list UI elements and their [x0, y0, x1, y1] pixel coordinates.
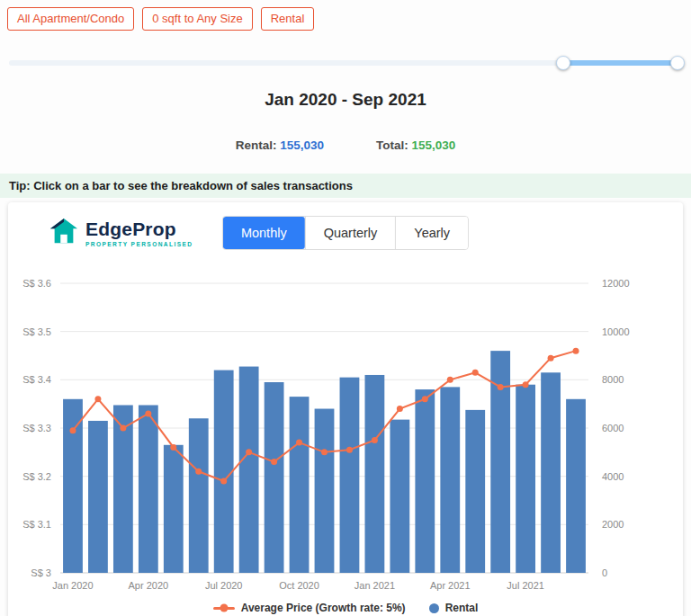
right-axis-tick-label: 2000: [602, 520, 624, 531]
filter-size-chip[interactable]: 0 sqft to Any Size: [142, 7, 252, 31]
right-axis-tick-label: 0: [602, 567, 607, 578]
average-price-point[interactable]: [296, 440, 302, 446]
rental-bar[interactable]: [214, 370, 234, 573]
tab-yearly[interactable]: Yearly: [395, 217, 468, 249]
slider-handle-right[interactable]: [670, 56, 685, 70]
average-price-point[interactable]: [573, 348, 579, 354]
rental-bar[interactable]: [516, 385, 535, 573]
average-price-point[interactable]: [195, 469, 202, 475]
right-axis-tick-label: 4000: [602, 471, 624, 482]
average-price-point[interactable]: [220, 478, 227, 485]
average-price-point[interactable]: [246, 450, 252, 456]
left-axis-tick-label: S$ 3.2: [22, 471, 51, 482]
tab-monthly[interactable]: Monthly: [223, 217, 305, 249]
edgeprop-logo-tagline: PROPERTY PERSONALISED: [85, 241, 193, 247]
rental-bar[interactable]: [566, 399, 586, 573]
chart-card-header: EdgeProp PROPERTY PERSONALISED Monthly Q…: [8, 202, 683, 267]
average-price-point[interactable]: [69, 427, 76, 433]
filter-chips: All Apartment/Condo 0 sqft to Any Size R…: [0, 0, 691, 31]
x-axis-tick-label: Jan 2021: [354, 580, 395, 591]
rental-bar[interactable]: [465, 410, 485, 573]
legend-rental[interactable]: Rental: [429, 602, 479, 614]
average-price-point[interactable]: [447, 377, 453, 383]
right-axis-tick-label: 6000: [602, 423, 624, 433]
left-axis-tick-label: S$ 3.1: [22, 520, 51, 531]
period-tabs: Monthly Quarterly Yearly: [222, 216, 469, 250]
edgeprop-house-icon: [49, 217, 79, 249]
filter-property-type-chip[interactable]: All Apartment/Condo: [7, 7, 134, 31]
average-price-point[interactable]: [120, 425, 126, 432]
rental-bar[interactable]: [315, 409, 335, 573]
rental-bar[interactable]: [365, 375, 385, 573]
average-price-point[interactable]: [321, 450, 328, 456]
right-axis-tick-label: 12000: [602, 278, 630, 289]
slider-handle-left[interactable]: [556, 56, 570, 70]
total-stat-value: 155,030: [412, 138, 456, 152]
rental-bar[interactable]: [415, 389, 435, 573]
average-price-point[interactable]: [170, 444, 176, 451]
legend-rental-label: Rental: [445, 602, 479, 614]
tab-quarterly[interactable]: Quarterly: [305, 217, 396, 249]
date-range-slider[interactable]: [9, 56, 682, 70]
x-axis-tick-label: Jul 2021: [507, 580, 544, 591]
price-rental-chart[interactable]: S$ 3S$ 3.1S$ 3.2S$ 3.3S$ 3.4S$ 3.5S$ 3.6…: [8, 269, 681, 602]
rental-bar[interactable]: [440, 388, 460, 574]
rental-bar[interactable]: [63, 399, 83, 573]
rental-bar[interactable]: [541, 373, 561, 574]
stats-row: Rental: 155,030 Total: 155,030: [0, 138, 691, 152]
right-axis-tick-label: 8000: [602, 375, 624, 386]
average-price-point[interactable]: [523, 381, 529, 388]
average-price-point[interactable]: [346, 447, 353, 453]
rental-bar[interactable]: [88, 421, 108, 573]
chart-legend: Average Price (Growth rate: 5%) Rental: [8, 602, 683, 614]
rental-bar[interactable]: [164, 445, 184, 573]
legend-average-price[interactable]: Average Price (Growth rate: 5%): [213, 602, 406, 614]
average-price-point[interactable]: [422, 397, 428, 403]
average-price-point[interactable]: [94, 397, 101, 403]
x-axis-tick-label: Apr 2021: [430, 580, 471, 591]
rental-bar[interactable]: [340, 378, 360, 573]
average-price-point[interactable]: [498, 384, 504, 390]
edgeprop-logo-name: EdgeProp: [85, 219, 193, 238]
chart-card: EdgeProp PROPERTY PERSONALISED Monthly Q…: [8, 202, 683, 616]
slider-selected-range[interactable]: [563, 60, 678, 66]
left-axis-tick-label: S$ 3.4: [22, 375, 51, 386]
average-price-point[interactable]: [271, 459, 277, 465]
rental-bar[interactable]: [390, 420, 409, 573]
rental-bar[interactable]: [265, 382, 284, 573]
rental-marker-icon: [429, 603, 439, 613]
rental-stat-value: 155,030: [280, 138, 324, 152]
average-price-point[interactable]: [145, 411, 151, 417]
rental-bar[interactable]: [139, 406, 158, 573]
average-price-point[interactable]: [548, 355, 554, 362]
left-axis-tick-label: S$ 3: [31, 567, 51, 578]
rental-bar[interactable]: [290, 397, 310, 573]
rental-bar[interactable]: [189, 419, 209, 574]
average-price-point[interactable]: [472, 370, 479, 376]
average-price-point[interactable]: [397, 406, 403, 412]
left-axis-tick-label: S$ 3.5: [22, 326, 51, 337]
edgeprop-logo-text-block: EdgeProp PROPERTY PERSONALISED: [85, 219, 193, 247]
right-axis-tick-label: 10000: [602, 326, 630, 337]
tip-banner: Tip: Click on a bar to see the breakdown…: [0, 174, 691, 198]
total-stat-label: Total:: [376, 138, 408, 152]
average-price-point[interactable]: [372, 437, 378, 443]
total-stat: Total: 155,030: [376, 138, 455, 152]
filter-transaction-type-chip[interactable]: Rental: [261, 7, 315, 31]
x-axis-tick-label: Jan 2020: [52, 580, 93, 591]
left-axis-tick-label: S$ 3.3: [22, 423, 51, 433]
property-analytics-page: All Apartment/Condo 0 sqft to Any Size R…: [0, 0, 691, 616]
left-axis-tick-label: S$ 3.6: [22, 278, 51, 289]
x-axis-tick-label: Oct 2020: [279, 580, 319, 591]
rental-bar[interactable]: [239, 367, 259, 573]
edgeprop-logo: EdgeProp PROPERTY PERSONALISED: [49, 217, 193, 249]
date-range-title: Jan 2020 - Sep 2021: [0, 90, 691, 110]
average-price-marker-icon: [213, 607, 235, 610]
legend-average-price-label: Average Price (Growth rate: 5%): [241, 602, 406, 614]
rental-stat: Rental: 155,030: [236, 138, 324, 152]
x-axis-tick-label: Apr 2020: [129, 580, 169, 591]
x-axis-tick-label: Jul 2020: [205, 580, 243, 591]
rental-stat-label: Rental:: [236, 138, 277, 152]
